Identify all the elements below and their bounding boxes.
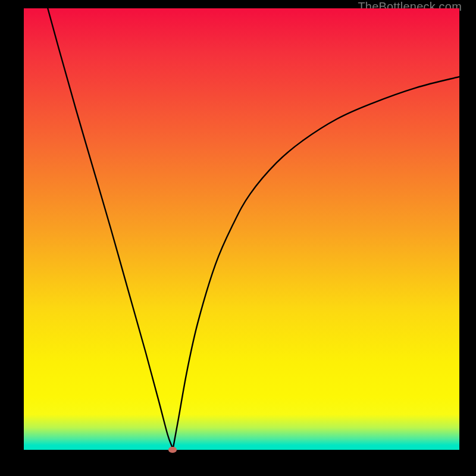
chart-frame: TheBottleneck.com [0,0,476,476]
curve-left-branch [48,8,173,450]
bottleneck-curve [24,8,459,450]
curve-right-branch [173,77,459,450]
optimum-marker [168,447,177,453]
plot-area [24,8,459,450]
